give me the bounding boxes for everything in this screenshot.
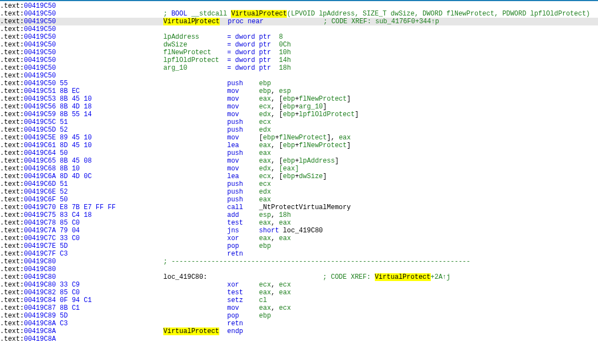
disasm-line[interactable]: .text:00419C6F 50 push eax	[0, 196, 598, 204]
address[interactable]: 00419C50	[24, 80, 56, 87]
disasm-line[interactable]: .text:00419C6E 52 push edx	[0, 188, 598, 196]
address[interactable]: 00419C61	[24, 142, 56, 149]
disasm-line[interactable]: .text:00419C5E 89 45 10 mov [ebp+flNewPr…	[0, 134, 598, 142]
disasm-line[interactable]: .text:00419C50 lpflOldProtect = dword pt…	[0, 56, 598, 64]
disasm-line[interactable]: .text:00419C80 ; -----------------------…	[0, 258, 598, 266]
stack-var[interactable]: flNewProtect	[299, 142, 347, 149]
stack-var[interactable]: lpAddress	[299, 157, 335, 165]
address[interactable]: 00419C64	[24, 149, 56, 157]
func-name[interactable]: VirtualProtect	[231, 10, 287, 18]
disasm-line[interactable]: .text:00419C5C 51 push ecx	[0, 118, 598, 126]
address[interactable]: 00419C80	[24, 273, 56, 281]
address[interactable]: 00419C68	[24, 165, 56, 173]
disasm-line[interactable]: .text:00419C7E 5D pop ebp	[0, 242, 598, 250]
disassembly-view[interactable]: .text:00419C50 .text:00419C50 ; BOOL __s…	[0, 0, 598, 343]
address[interactable]: 00419C80	[24, 281, 56, 289]
disasm-line[interactable]: .text:00419C7A 79 04 jns short loc_419C8…	[0, 227, 598, 235]
disasm-line[interactable]: .text:00419C50 lpAddress = dword ptr 8	[0, 33, 598, 41]
address[interactable]: 00419C84	[24, 297, 56, 304]
address[interactable]: 00419C5C	[24, 118, 56, 126]
address[interactable]: 00419C50	[24, 72, 56, 80]
address[interactable]: 00419C8A	[24, 327, 56, 335]
disasm-line[interactable]: .text:00419C50 dwSize = dword ptr 0Ch	[0, 41, 598, 49]
address[interactable]: 00419C65	[24, 157, 56, 165]
disasm-line[interactable]: .text:00419C80	[0, 266, 598, 273]
address[interactable]: 00419C82	[24, 289, 56, 297]
stack-var[interactable]: arg_10	[299, 103, 323, 111]
disasm-line[interactable]: .text:00419C82 85 C0 test eax, eax	[0, 289, 598, 297]
disasm-line[interactable]: .text:00419C50 arg_10 = dword ptr 18h	[0, 64, 598, 72]
stack-var[interactable]: dwSize	[299, 173, 323, 180]
address[interactable]: 00419C50	[24, 41, 56, 49]
stack-var[interactable]: flNewProtect	[279, 134, 327, 142]
address[interactable]: 00419C5E	[24, 134, 56, 142]
address[interactable]: 00419C87	[24, 304, 56, 312]
symbol[interactable]: _NtProtectVirtualMemory	[259, 204, 351, 211]
address[interactable]: 00419C8A	[24, 335, 56, 343]
address[interactable]: 00419C89	[24, 312, 56, 320]
address[interactable]: 00419C50	[24, 25, 56, 33]
address[interactable]: 00419C50	[24, 49, 56, 56]
symbol[interactable]: loc_419C80	[283, 227, 323, 235]
address[interactable]: 00419C6F	[24, 196, 56, 204]
disasm-line[interactable]: .text:00419C7C 33 C0 xor eax, eax	[0, 235, 598, 242]
address[interactable]: 00419C8A	[24, 320, 56, 327]
stack-var[interactable]: lpAddress	[163, 33, 227, 41]
address[interactable]: 00419C50	[24, 10, 56, 18]
disasm-line[interactable]: .text:00419C56 8B 4D 18 mov ecx, [ebp+ar…	[0, 103, 598, 111]
disasm-line[interactable]: .text:00419C50 55 push ebp	[0, 80, 598, 87]
disasm-line[interactable]: .text:00419C8A VirtualProtect endp	[0, 327, 598, 335]
disasm-line[interactable]: .text:00419C89 5D pop ebp	[0, 312, 598, 320]
disasm-line[interactable]: .text:00419C61 8D 45 10 lea eax, [ebp+fl…	[0, 142, 598, 149]
address[interactable]: 00419C80	[24, 258, 56, 266]
stack-var[interactable]: arg_10	[163, 64, 227, 72]
xref[interactable]: VirtualProtect	[375, 273, 431, 281]
disasm-line[interactable]: .text:00419C84 0F 94 C1 setz cl	[0, 297, 598, 304]
disasm-line[interactable]: .text:00419C8A C3 retn	[0, 320, 598, 327]
address[interactable]: 00419C6A	[24, 173, 56, 180]
disasm-line[interactable]: .text:00419C64 50 push eax	[0, 149, 598, 157]
address[interactable]: 00419C7C	[24, 235, 56, 242]
disasm-line[interactable]: .text:00419C87 8B C1 mov eax, ecx	[0, 304, 598, 312]
disasm-line[interactable]: .text:00419C78 85 C0 test eax, eax	[0, 219, 598, 227]
func-name[interactable]: VirtualProtect	[163, 327, 219, 335]
disasm-line[interactable]: .text:00419C50	[0, 2, 598, 10]
address[interactable]: 00419C7E	[24, 242, 56, 250]
loc-label[interactable]: loc_419C80:	[163, 273, 323, 281]
disasm-line[interactable]: .text:00419C50	[0, 72, 598, 80]
disasm-line[interactable]: .text:00419C7F C3 retn	[0, 250, 598, 258]
disasm-line[interactable]: .text:00419C80 33 C9 xor ecx, ecx	[0, 281, 598, 289]
address[interactable]: 00419C70	[24, 204, 56, 211]
disasm-line[interactable]: .text:00419C80 loc_419C80: ; CODE XREF: …	[0, 273, 598, 281]
disasm-line[interactable]: .text:00419C5D 52 push edx	[0, 126, 598, 134]
address[interactable]: 00419C50	[24, 56, 56, 64]
disasm-line[interactable]: .text:00419C65 8B 45 08 mov eax, [ebp+lp…	[0, 157, 598, 165]
address[interactable]: 00419C50	[24, 33, 56, 41]
disasm-line[interactable]: .text:00419C59 8B 55 14 mov edx, [ebp+lp…	[0, 111, 598, 118]
address[interactable]: 00419C59	[24, 111, 56, 118]
disasm-line[interactable]: .text:00419C6A 8D 4D 0C lea ecx, [ebp+dw…	[0, 173, 598, 180]
address[interactable]: 00419C50	[24, 18, 56, 25]
address[interactable]: 00419C6D	[24, 180, 56, 188]
address[interactable]: 00419C7F	[24, 250, 56, 258]
disasm-line[interactable]: .text:00419C53 8B 45 10 mov eax, [ebp+fl…	[0, 95, 598, 103]
disasm-line[interactable]: .text:00419C75 83 C4 18 add esp, 18h	[0, 211, 598, 219]
stack-var[interactable]: flNewProtect	[163, 49, 227, 56]
disasm-line[interactable]: .text:00419C8A	[0, 335, 598, 343]
address[interactable]: 00419C5D	[24, 126, 56, 134]
address[interactable]: 00419C80	[24, 266, 56, 273]
disasm-line[interactable]: .text:00419C50 VirtualProtect proc near …	[0, 18, 598, 25]
disasm-line[interactable]: .text:00419C70 E8 7B E7 FF FF call _NtPr…	[0, 204, 598, 211]
address[interactable]: 00419C50	[24, 2, 56, 10]
stack-var[interactable]: dwSize	[163, 41, 227, 49]
disasm-line[interactable]: .text:00419C68 8B 10 mov edx, [eax]	[0, 165, 598, 173]
address[interactable]: 00419C78	[24, 219, 56, 227]
disasm-line[interactable]: .text:00419C50 flNewProtect = dword ptr …	[0, 49, 598, 56]
address[interactable]: 00419C7A	[24, 227, 56, 235]
stack-var[interactable]: lpflOldProtect	[299, 111, 355, 118]
address[interactable]: 00419C51	[24, 87, 56, 95]
address[interactable]: 00419C50	[24, 64, 56, 72]
disasm-line[interactable]: .text:00419C51 8B EC mov ebp, esp	[0, 87, 598, 95]
disasm-line[interactable]: .text:00419C6D 51 push ecx	[0, 180, 598, 188]
xref[interactable]: sub_4176F0+344↑p	[375, 18, 439, 25]
